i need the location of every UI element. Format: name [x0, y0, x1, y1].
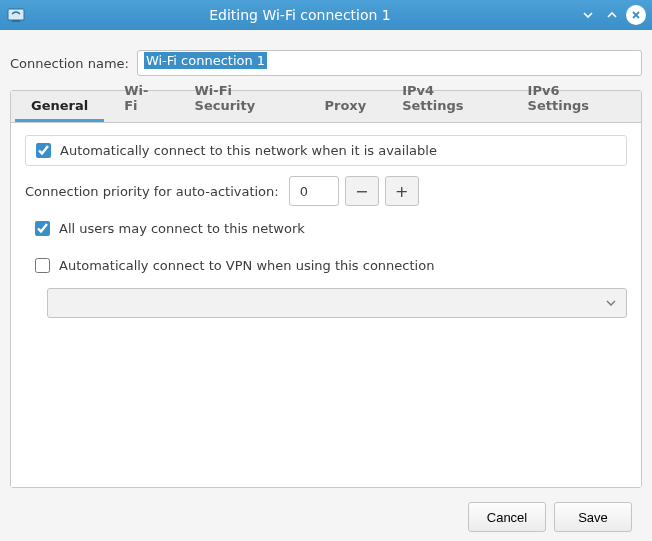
- app-icon: [6, 5, 26, 25]
- titlebar: Editing Wi-Fi connection 1: [0, 0, 652, 30]
- auto-connect-label: Automatically connect to this network wh…: [60, 143, 437, 158]
- tabstrip: General Wi-Fi Wi-Fi Security Proxy IPv4 …: [11, 91, 641, 123]
- connection-name-value: Wi-Fi connection 1: [144, 52, 267, 69]
- vpn-checkbox[interactable]: [35, 258, 50, 273]
- connection-name-label: Connection name:: [10, 56, 129, 71]
- tab-body-general: Automatically connect to this network wh…: [11, 123, 641, 487]
- priority-decrement-button[interactable]: −: [345, 176, 379, 206]
- save-button[interactable]: Save: [554, 502, 632, 532]
- window-root: Editing Wi-Fi connection 1 Connection na…: [0, 0, 652, 541]
- svg-rect-0: [8, 9, 24, 20]
- minus-icon: −: [355, 182, 368, 201]
- footer: Cancel Save: [10, 488, 642, 532]
- maximize-button[interactable]: [602, 5, 622, 25]
- window-body: Connection name: Wi-Fi connection 1 Gene…: [0, 30, 652, 532]
- priority-value[interactable]: 0: [289, 176, 339, 206]
- vpn-select[interactable]: [47, 288, 627, 318]
- svg-rect-1: [12, 20, 20, 22]
- priority-label: Connection priority for auto-activation:: [25, 184, 279, 199]
- tab-wifi-security[interactable]: Wi-Fi Security: [179, 76, 305, 122]
- auto-connect-checkbox[interactable]: [36, 143, 51, 158]
- plus-icon: +: [395, 182, 408, 201]
- minimize-button[interactable]: [578, 5, 598, 25]
- cancel-button[interactable]: Cancel: [468, 502, 546, 532]
- tabs-container: General Wi-Fi Wi-Fi Security Proxy IPv4 …: [10, 90, 642, 488]
- tab-wifi[interactable]: Wi-Fi: [108, 76, 174, 122]
- chevron-down-icon: [606, 296, 616, 311]
- all-users-checkbox[interactable]: [35, 221, 50, 236]
- priority-spinner: 0 − +: [289, 176, 419, 206]
- tab-proxy[interactable]: Proxy: [308, 91, 382, 122]
- auto-connect-row: Automatically connect to this network wh…: [25, 135, 627, 166]
- tab-ipv4-settings[interactable]: IPv4 Settings: [386, 76, 507, 122]
- vpn-label: Automatically connect to VPN when using …: [59, 258, 434, 273]
- priority-increment-button[interactable]: +: [385, 176, 419, 206]
- all-users-row: All users may connect to this network: [25, 216, 627, 241]
- tab-ipv6-settings[interactable]: IPv6 Settings: [512, 76, 633, 122]
- all-users-label: All users may connect to this network: [59, 221, 305, 236]
- priority-row: Connection priority for auto-activation:…: [25, 176, 627, 206]
- window-title: Editing Wi-Fi connection 1: [26, 7, 574, 23]
- connection-name-row: Connection name: Wi-Fi connection 1: [10, 50, 642, 76]
- connection-name-input[interactable]: Wi-Fi connection 1: [137, 50, 642, 76]
- vpn-row: Automatically connect to VPN when using …: [25, 253, 627, 278]
- close-button[interactable]: [626, 5, 646, 25]
- tab-general[interactable]: General: [15, 91, 104, 122]
